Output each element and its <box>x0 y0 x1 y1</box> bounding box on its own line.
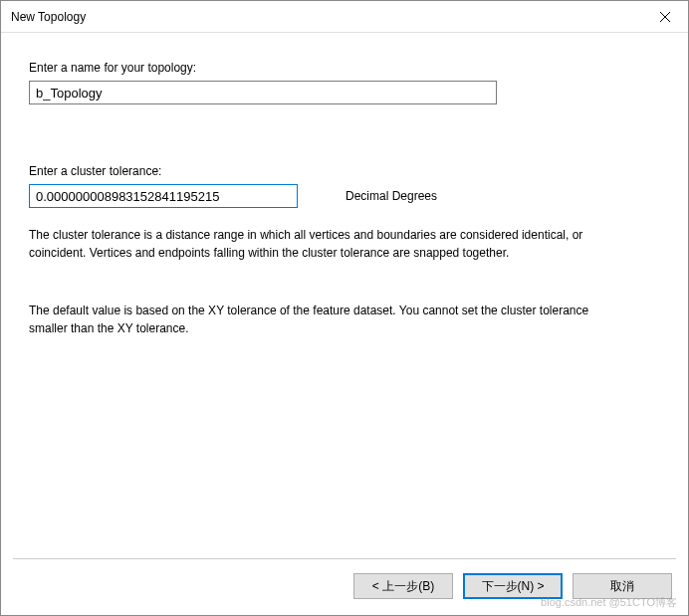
next-button[interactable]: 下一步(N) > <box>463 573 563 599</box>
dialog-window: New Topology Enter a name for your topol… <box>0 0 689 616</box>
window-title: New Topology <box>11 10 86 24</box>
cancel-button[interactable]: 取消 <box>573 573 672 599</box>
tolerance-unit-label: Decimal Degrees <box>345 189 437 203</box>
tolerance-description-1: The cluster tolerance is a distance rang… <box>29 226 626 262</box>
topology-name-input[interactable] <box>29 81 497 104</box>
close-icon <box>660 12 670 22</box>
tolerance-description-2: The default value is based on the XY tol… <box>29 302 626 337</box>
close-button[interactable] <box>642 1 688 33</box>
button-row: < 上一步(B) 下一步(N) > 取消 <box>1 559 688 615</box>
titlebar: New Topology <box>1 1 688 33</box>
cluster-tolerance-input[interactable] <box>29 184 298 208</box>
dialog-content: Enter a name for your topology: Enter a … <box>1 33 688 558</box>
topology-name-label: Enter a name for your topology: <box>29 61 660 75</box>
cluster-tolerance-label: Enter a cluster tolerance: <box>29 164 660 178</box>
back-button[interactable]: < 上一步(B) <box>353 573 453 599</box>
